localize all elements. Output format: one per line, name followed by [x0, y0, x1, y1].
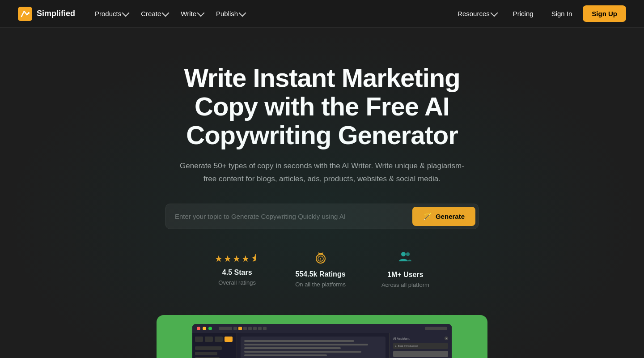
svg-point-5 [401, 252, 406, 256]
app-main-content [237, 333, 389, 358]
stars-icon: ★ ★ ★ ★ ⯨ [215, 253, 259, 264]
svg-text:1: 1 [319, 257, 322, 261]
users-icon [398, 251, 412, 266]
sidebar-icon [195, 346, 222, 350]
logo-icon [18, 7, 32, 21]
search-input[interactable] [166, 205, 410, 227]
nav-right: Resources Pricing Sign In Sign Up [452, 5, 626, 22]
wand-icon: 🪄 [423, 212, 432, 221]
nav-resources[interactable]: Resources [452, 6, 502, 21]
preview-section: AI Assistant ✕ 2. Blog Introduction ⚡ Ge… [18, 315, 626, 358]
app-body: AI Assistant ✕ 2. Blog Introduction ⚡ Ge… [192, 333, 452, 358]
stat-ratings: 1 554.5k Ratings On all the platforms [295, 251, 346, 288]
stat-stars-label: Overall ratings [218, 279, 256, 286]
hero-section: Write Instant Marketing Copy with the Fr… [0, 28, 644, 358]
stat-users-value: 1M+ Users [387, 271, 424, 279]
stat-stars: ★ ★ ★ ★ ⯨ 4.5 Stars Overall ratings [215, 253, 259, 286]
chevron-down-icon [490, 9, 498, 17]
svg-point-1 [28, 12, 30, 14]
app-screenshot: AI Assistant ✕ 2. Blog Introduction ⚡ Ge… [192, 324, 452, 358]
minimize-dot [203, 327, 206, 330]
chevron-down-icon [162, 9, 169, 17]
stat-users-label: Across all platform [381, 281, 429, 288]
stat-users: 1M+ Users Across all platform [381, 251, 429, 288]
pricing-link[interactable]: Pricing [506, 6, 541, 21]
preview-card: AI Assistant ✕ 2. Blog Introduction ⚡ Ge… [157, 315, 487, 358]
signin-button[interactable]: Sign In [544, 6, 580, 21]
maximize-dot [208, 327, 212, 330]
nav-write[interactable]: Write [175, 6, 209, 21]
app-sidebar [192, 333, 237, 358]
app-titlebar [192, 324, 452, 333]
chevron-down-icon [122, 9, 130, 17]
chevron-down-icon [239, 9, 246, 17]
sidebar-icon [195, 352, 217, 355]
search-bar: 🪄 Generate [165, 204, 479, 229]
stat-ratings-value: 554.5k Ratings [296, 270, 346, 278]
chevron-down-icon [197, 9, 204, 17]
nav-create[interactable]: Create [136, 6, 174, 21]
stat-ratings-label: On all the platforms [295, 281, 346, 288]
medal-icon: 1 [314, 251, 327, 266]
nav-products[interactable]: Products [89, 6, 134, 21]
stat-stars-value: 4.5 Stars [222, 268, 252, 277]
nav-publish[interactable]: Publish [211, 6, 250, 21]
hero-subtitle: Generate 50+ types of copy in seconds wi… [177, 160, 467, 186]
brand-name: Simplified [37, 9, 75, 18]
signup-button[interactable]: Sign Up [583, 5, 626, 22]
navbar: Simplified Products Create Write Publish [0, 0, 644, 28]
stats-row: ★ ★ ★ ★ ⯨ 4.5 Stars Overall ratings 1 55… [215, 251, 429, 288]
nav-menu: Products Create Write Publish [89, 6, 250, 21]
close-dot [197, 327, 200, 330]
logo[interactable]: Simplified [18, 7, 75, 21]
svg-rect-0 [18, 7, 32, 21]
nav-left: Simplified Products Create Write Publish [18, 6, 250, 21]
generate-button[interactable]: 🪄 Generate [412, 207, 475, 226]
svg-point-6 [406, 252, 410, 256]
app-right-panel: AI Assistant ✕ 2. Blog Introduction ⚡ Ge… [389, 333, 452, 358]
hero-title: Write Instant Marketing Copy with the Fr… [165, 64, 479, 149]
